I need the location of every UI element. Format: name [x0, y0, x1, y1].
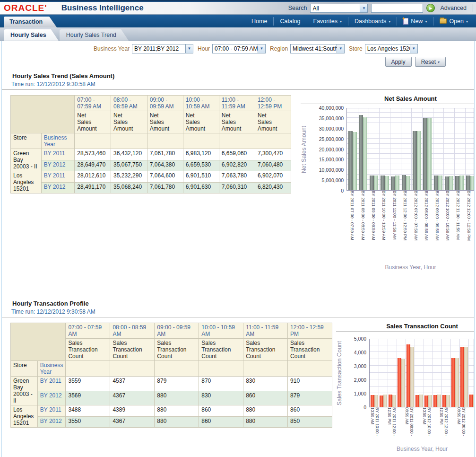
bar[interactable] — [437, 395, 441, 407]
y-tick-label: 10,000,000 — [319, 167, 344, 173]
bar[interactable] — [473, 395, 475, 407]
nav-item-dashboards[interactable]: Dashboards▾ — [348, 17, 397, 26]
bar[interactable] — [401, 359, 405, 407]
bar[interactable] — [380, 395, 383, 407]
apply-button[interactable]: Apply — [385, 57, 412, 67]
year-link[interactable]: BY 2012 — [41, 182, 75, 193]
x-tick-label: BY 2011 08:00 - 08:59 AM — [405, 407, 414, 441]
bar[interactable] — [348, 131, 353, 190]
bar[interactable] — [359, 115, 363, 190]
nav-item-home[interactable]: Home — [245, 17, 273, 26]
subtab-hourly-sales-trend[interactable]: Hourly Sales Trend — [60, 29, 129, 41]
bar[interactable] — [381, 176, 385, 190]
filter-select-hour[interactable]: 07:00 - 07:59 AM;0▼ — [212, 44, 266, 53]
bar[interactable] — [383, 395, 387, 407]
bar[interactable] — [451, 358, 455, 407]
year-link[interactable]: BY 2011 — [37, 405, 66, 417]
bar[interactable] — [415, 395, 419, 407]
empty-header-cell — [75, 133, 111, 149]
empty-header-cell — [111, 133, 147, 149]
bar[interactable] — [374, 395, 378, 407]
bar[interactable] — [407, 344, 410, 407]
search-go-button[interactable]: ▶ — [426, 4, 435, 12]
filter-select-business-year[interactable]: BY 2011;BY 2012▼ — [132, 44, 193, 53]
bar[interactable] — [363, 117, 367, 190]
nav-item-new[interactable]: New▾ — [397, 17, 433, 26]
filter-label: Business Year — [94, 45, 130, 52]
bar[interactable] — [438, 176, 442, 190]
bar[interactable] — [434, 176, 438, 190]
bar[interactable] — [433, 395, 437, 407]
bar[interactable] — [392, 395, 396, 407]
bar[interactable] — [459, 176, 464, 190]
bar[interactable] — [402, 175, 406, 190]
business-year-header[interactable]: Business Year — [37, 361, 66, 377]
bar[interactable] — [428, 395, 432, 407]
bar[interactable] — [445, 176, 449, 190]
bar[interactable] — [371, 395, 374, 407]
x-label-slot: BY 2011 12:00 - 12:59 PM — [400, 191, 410, 262]
value-cell: 4389 — [110, 405, 155, 417]
chevron-down-icon[interactable]: ▼ — [258, 44, 265, 53]
business-year-header[interactable]: Business Year — [41, 133, 75, 149]
bar[interactable] — [446, 395, 450, 407]
bar[interactable] — [442, 395, 446, 407]
bar[interactable] — [395, 176, 399, 190]
bar[interactable] — [469, 395, 473, 407]
chevron-down-icon[interactable]: ▼ — [337, 44, 344, 53]
chevron-down-icon[interactable]: ▼ — [360, 4, 367, 12]
year-link[interactable]: BY 2011 — [37, 377, 66, 391]
search-input[interactable] — [371, 4, 423, 13]
year-link[interactable]: BY 2012 — [41, 160, 75, 171]
bar[interactable] — [470, 176, 475, 190]
bar[interactable] — [455, 176, 459, 190]
bar[interactable] — [460, 347, 464, 407]
bar[interactable] — [466, 176, 470, 190]
value-cell: 28,649,470 — [75, 160, 111, 171]
bar[interactable] — [391, 176, 395, 190]
filter-select-region[interactable]: Midwest 41;Southw▼ — [290, 44, 345, 53]
chevron-down-icon[interactable]: ▼ — [410, 44, 417, 53]
nav-item-favorites[interactable]: Favorites▾ — [307, 17, 348, 26]
bar[interactable] — [423, 118, 427, 190]
divider — [336, 331, 474, 332]
bar[interactable] — [385, 176, 389, 190]
bar[interactable] — [353, 132, 357, 190]
x-label-slot: BY 2011 10:00 - 10:59 AM — [370, 407, 379, 443]
bar[interactable] — [417, 131, 421, 190]
bar[interactable] — [455, 358, 459, 407]
search-scope-value: All — [311, 4, 360, 12]
bar[interactable] — [406, 176, 410, 190]
net-sales-chart: Net Sales AmountNet Sales Amount05,000,0… — [301, 95, 474, 271]
transaction-count-table-wrap: 07:00 - 07:59 AM08:00 - 08:59 AM09:00 - … — [10, 323, 332, 428]
chevron-down-icon[interactable]: ▼ — [185, 44, 193, 53]
bar[interactable] — [370, 176, 374, 190]
nav-item-open[interactable]: Open▾ — [433, 17, 474, 26]
nav-item-catalog[interactable]: Catalog — [273, 17, 306, 26]
bar[interactable] — [398, 358, 401, 407]
bar[interactable] — [464, 347, 468, 407]
year-link[interactable]: BY 2011 — [41, 171, 75, 183]
bar[interactable] — [410, 347, 414, 407]
x-label-slot: BY 2011 07:00 - 07:59 AM — [347, 191, 357, 262]
bar[interactable] — [424, 395, 428, 407]
reset-button[interactable]: Reset▾ — [415, 57, 446, 67]
bar[interactable] — [419, 395, 423, 407]
year-link[interactable]: BY 2012 — [37, 416, 66, 428]
year-link[interactable]: BY 2012 — [37, 391, 66, 405]
bar[interactable] — [449, 176, 453, 190]
bar[interactable] — [427, 118, 432, 190]
bar[interactable] — [389, 395, 392, 407]
prompt-actions-row: Apply Reset▾ — [2, 57, 446, 67]
nav-item-label: Favorites — [313, 18, 338, 25]
search-scope-select[interactable]: All ▼ — [310, 4, 368, 13]
filter-select-store[interactable]: Los Angeles 15201;▼ — [365, 44, 418, 53]
advanced-link[interactable]: Advanced — [440, 5, 467, 11]
dashboard-tab-transaction[interactable]: Transaction — [4, 17, 57, 27]
year-link[interactable]: BY 2011 — [41, 149, 75, 160]
bar[interactable] — [374, 176, 378, 190]
filter-value: BY 2011;BY 2012 — [132, 44, 185, 53]
bar[interactable] — [413, 131, 417, 190]
subtab-hourly-sales[interactable]: Hourly Sales — [4, 29, 59, 41]
hour-column-header: 10:00 - 10:59 AM — [183, 96, 219, 111]
